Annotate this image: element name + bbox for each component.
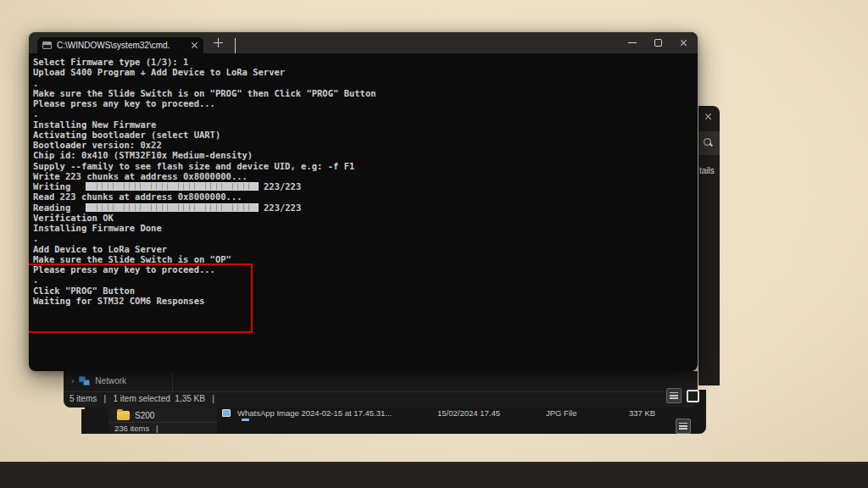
tab-title: C:\WINDOWS\system32\cmd. [57, 41, 186, 50]
folder-row[interactable]: S200 [117, 411, 154, 420]
terminal-line: Write 223 chunks at address 0x8000000... [33, 171, 698, 181]
list-view-icon [679, 423, 687, 430]
terminal-line: Writing223/223 [33, 181, 698, 191]
terminal-line: Read 223 chunks at address 0x8000000... [33, 191, 698, 202]
minimize-button[interactable] [620, 32, 645, 53]
background-window-right[interactable]: tails [698, 106, 720, 385]
progress-bar [86, 182, 259, 191]
terminal-line: Select Firmware type (1/3): 1 [33, 57, 698, 67]
maximize-button[interactable] [645, 32, 670, 53]
terminal-line: Verification OK [33, 213, 698, 223]
terminal-line: Please press any key to proceed... [33, 98, 698, 108]
terminal-line: Bootloader version: 0x22 [33, 140, 698, 150]
terminal-line: Installing New Firmware [33, 119, 698, 130]
terminal-line: Installing Firmware Done [33, 223, 698, 233]
file-type: JPG File [546, 408, 622, 418]
network-icon [79, 376, 90, 385]
terminal-line: . [33, 233, 698, 243]
thumbnail-view-button[interactable] [687, 390, 699, 402]
details-view-button[interactable] [676, 419, 691, 434]
search-tile[interactable] [698, 131, 720, 155]
status-bar: 5 items | 1 item selected 1,35 KB | [70, 394, 214, 403]
list-view-icon [670, 392, 678, 399]
terminal-titlebar[interactable]: C:\WINDOWS\system32\cmd. [29, 32, 698, 53]
divider [108, 422, 217, 423]
details-view-button[interactable] [666, 388, 682, 403]
folder-icon [117, 411, 130, 420]
file-icon-fragment [242, 419, 249, 421]
tree-item-network[interactable]: › Network [71, 376, 126, 385]
taskbar: Search Ps Ai [0, 462, 868, 488]
details-label-fragment: tails [699, 166, 715, 175]
chevron-right-icon[interactable]: › [71, 376, 74, 385]
divider [172, 373, 173, 391]
tab-dropdown-icon[interactable] [235, 38, 236, 53]
file-row[interactable]: WhatsApp Image 2024-02-15 at 17.45.31...… [222, 408, 655, 419]
progress-bar [86, 203, 259, 212]
terminal-line: . [33, 78, 698, 88]
terminal-line: Reading223/223 [33, 202, 698, 213]
tab-close-icon[interactable] [191, 42, 198, 49]
background-window-network[interactable]: › Network 5 items | 1 item selected 1,35… [64, 371, 698, 408]
divider [64, 391, 698, 392]
file-name: WhatsApp Image 2024-02-15 at 17.45.31... [237, 408, 431, 418]
close-button[interactable] [670, 32, 696, 53]
folder-name: S200 [135, 411, 154, 420]
background-window-s200[interactable]: S200 236 items | [108, 408, 217, 434]
desktop: tails 5 i WhatsApp Image 2024-02-15 at 1… [0, 0, 868, 488]
terminal-line: Supply --family to see flash size and de… [33, 161, 698, 171]
terminal-line: Add Device to LoRa Server [33, 244, 698, 254]
terminal-line: Activating bootloader (select UART) [33, 130, 698, 140]
terminal-line: Make sure the Slide Switch is on "PROG" … [33, 88, 698, 98]
cmd-icon [42, 42, 52, 49]
terminal-output[interactable]: Select Firmware type (1/3): 1Upload S400… [29, 53, 698, 371]
status-bar: 236 items | [114, 424, 159, 433]
file-size: 337 KB [629, 408, 655, 418]
annotation-red-box [29, 263, 253, 333]
terminal-window: C:\WINDOWS\system32\cmd. Select Firmware… [29, 32, 698, 371]
tree-item-label: Network [95, 376, 126, 385]
terminal-tab[interactable]: C:\WINDOWS\system32\cmd. [37, 37, 203, 53]
file-date: 15/02/2024 17.45 [437, 408, 539, 418]
terminal-line: Upload S400 Program + Add Device to LoRa… [33, 67, 698, 77]
terminal-line: Chip id: 0x410 (STM32F10x Medium-density… [33, 150, 698, 160]
image-file-icon [222, 409, 231, 417]
terminal-line: . [33, 108, 698, 119]
